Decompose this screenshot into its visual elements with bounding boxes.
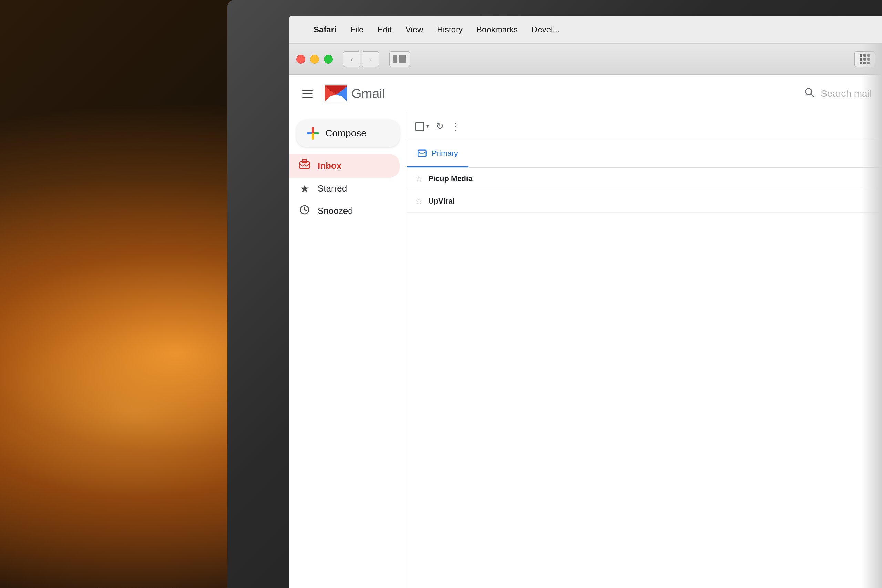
svg-rect-9 bbox=[418, 150, 426, 157]
refresh-button[interactable]: ↻ bbox=[436, 120, 444, 132]
compose-label: Compose bbox=[325, 128, 367, 139]
sidebar-toggle-button[interactable] bbox=[389, 51, 410, 67]
star-toggle-icon[interactable]: ☆ bbox=[415, 174, 423, 184]
menubar-file[interactable]: File bbox=[350, 25, 364, 34]
forward-icon: › bbox=[369, 54, 372, 64]
gmail-logo[interactable]: Gmail bbox=[324, 84, 385, 104]
svg-line-3 bbox=[811, 94, 814, 97]
search-placeholder: Search mail bbox=[820, 88, 872, 99]
traffic-lights bbox=[296, 55, 333, 64]
sidebar-item-snoozed[interactable]: Snoozed bbox=[290, 200, 400, 222]
browser-chrome: ‹ › bbox=[290, 44, 882, 75]
menubar-history[interactable]: History bbox=[437, 25, 463, 34]
email-sender: Picup Media bbox=[428, 174, 497, 183]
star-toggle-icon[interactable]: ☆ bbox=[415, 196, 423, 206]
sidebar-starred-label: Starred bbox=[318, 183, 347, 194]
email-list-toolbar: ▾ ↻ ⋮ bbox=[407, 112, 882, 140]
close-button[interactable] bbox=[296, 55, 305, 64]
email-list-area: ▾ ↻ ⋮ Primary bbox=[406, 112, 882, 588]
dropdown-arrow-icon: ▾ bbox=[426, 123, 429, 129]
more-actions-button[interactable]: ⋮ bbox=[451, 120, 461, 132]
hamburger-line bbox=[303, 97, 313, 98]
hamburger-line bbox=[303, 90, 313, 91]
grid-icon bbox=[860, 54, 870, 64]
checkbox-icon bbox=[415, 122, 424, 131]
forward-button[interactable]: › bbox=[362, 51, 379, 67]
gmail-m-icon bbox=[324, 84, 348, 104]
email-sender: UpViral bbox=[428, 197, 497, 206]
star-icon: ★ bbox=[298, 183, 311, 195]
sidebar-toggle-icon bbox=[393, 56, 406, 63]
nav-buttons: ‹ › bbox=[343, 51, 379, 67]
category-tabs: Primary bbox=[407, 140, 882, 168]
menubar-bookmarks[interactable]: Bookmarks bbox=[477, 25, 518, 34]
menubar-edit[interactable]: Edit bbox=[377, 25, 392, 34]
minimize-button[interactable] bbox=[310, 55, 319, 64]
select-all-checkbox[interactable]: ▾ bbox=[415, 122, 429, 131]
macos-menubar: Safari File Edit View History Bookmarks … bbox=[290, 15, 882, 44]
svg-line-8 bbox=[304, 210, 306, 211]
menubar-develop[interactable]: Devel... bbox=[532, 25, 560, 34]
tab-primary-label: Primary bbox=[432, 149, 458, 158]
hamburger-line bbox=[303, 93, 313, 94]
laptop-frame: Safari File Edit View History Bookmarks … bbox=[227, 0, 882, 588]
maximize-button[interactable] bbox=[324, 55, 333, 64]
sidebar-item-inbox[interactable]: Inbox bbox=[290, 154, 400, 178]
sidebar-item-starred[interactable]: ★ Starred bbox=[290, 178, 400, 200]
snoozed-icon bbox=[298, 204, 311, 218]
back-button[interactable]: ‹ bbox=[343, 51, 360, 67]
table-row[interactable]: ☆ Picup Media bbox=[407, 168, 882, 190]
gmail-sidebar: Compose Inbox bbox=[290, 112, 406, 588]
search-icon bbox=[804, 87, 815, 101]
inbox-icon bbox=[298, 159, 311, 173]
menubar-safari[interactable]: Safari bbox=[314, 25, 337, 34]
screen-bezel: Safari File Edit View History Bookmarks … bbox=[227, 0, 882, 588]
compose-plus-icon bbox=[307, 127, 319, 140]
screen-content: Safari File Edit View History Bookmarks … bbox=[290, 15, 882, 588]
tab-primary[interactable]: Primary bbox=[407, 140, 468, 167]
sidebar-inbox-label: Inbox bbox=[318, 160, 341, 171]
sidebar-snoozed-label: Snoozed bbox=[318, 206, 353, 216]
compose-button[interactable]: Compose bbox=[296, 120, 400, 147]
gmail-main: Compose Inbox bbox=[290, 112, 882, 588]
gmail-top-bar: Gmail Search mail bbox=[290, 75, 882, 112]
gmail-app: Gmail Search mail bbox=[290, 75, 882, 588]
primary-inbox-icon bbox=[417, 148, 427, 158]
table-row[interactable]: ☆ UpViral bbox=[407, 190, 882, 213]
back-icon: ‹ bbox=[350, 54, 353, 64]
gmail-wordmark: Gmail bbox=[351, 87, 385, 101]
menubar-view[interactable]: View bbox=[405, 25, 423, 34]
menu-button[interactable] bbox=[300, 87, 316, 100]
tabs-overview-button[interactable] bbox=[854, 51, 875, 67]
search-area[interactable]: Search mail bbox=[804, 87, 872, 101]
